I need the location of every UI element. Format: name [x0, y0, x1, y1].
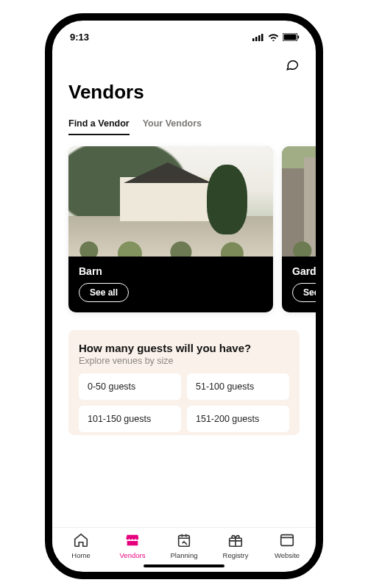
tab-your-vendors[interactable]: Your Vendors — [143, 114, 202, 135]
website-icon — [279, 532, 295, 550]
venue-card-image — [282, 146, 316, 257]
cellular-icon — [252, 33, 264, 41]
guest-option-51-100[interactable]: 51-100 guests — [187, 373, 289, 400]
see-all-button[interactable]: See all — [79, 283, 129, 302]
vendor-tabs: Find a Vendor Your Vendors — [52, 114, 316, 136]
svg-rect-5 — [284, 34, 297, 40]
phone-frame: 9:13 Vendors Find a Vendor Your Vendors — [45, 13, 323, 579]
guest-option-0-50[interactable]: 0-50 guests — [79, 373, 181, 400]
tab-find-vendor[interactable]: Find a Vendor — [68, 114, 130, 135]
venue-card-garden[interactable]: Garden See all — [282, 146, 316, 312]
nav-website[interactable]: Website — [261, 532, 313, 559]
nav-label: Planning — [171, 551, 198, 559]
see-all-button[interactable]: See all — [292, 283, 316, 302]
status-bar: 9:13 — [52, 21, 316, 46]
svg-rect-9 — [281, 535, 294, 546]
svg-rect-1 — [255, 37, 258, 41]
venue-type-carousel[interactable]: Barn See all Garden See all — [52, 136, 316, 324]
chat-icon[interactable] — [285, 57, 300, 75]
guest-option-151-200[interactable]: 151-200 guests — [187, 406, 289, 432]
nav-vendors[interactable]: Vendors — [107, 532, 158, 559]
status-icons — [252, 33, 300, 41]
venue-card-title: Barn — [79, 265, 263, 277]
battery-icon — [283, 33, 300, 41]
nav-label: Registry — [223, 551, 249, 559]
venue-card-footer: Barn See all — [68, 257, 273, 312]
svg-rect-0 — [252, 38, 255, 41]
header-actions — [52, 46, 316, 79]
home-indicator[interactable] — [144, 564, 224, 567]
nav-label: Vendors — [120, 551, 146, 559]
nav-label: Home — [71, 551, 90, 559]
nav-label: Website — [275, 551, 300, 559]
guest-panel-title: How many guests will you have? — [79, 342, 289, 354]
gift-icon — [227, 532, 244, 550]
nav-home[interactable]: Home — [55, 532, 107, 559]
svg-rect-2 — [258, 35, 261, 41]
venue-card-footer: Garden See all — [282, 257, 316, 312]
storefront-icon — [124, 532, 141, 550]
venue-card-image — [68, 146, 273, 257]
page-title: Vendors — [52, 79, 316, 114]
planning-icon — [176, 532, 192, 550]
guest-options-grid: 0-50 guests 51-100 guests 101-150 guests… — [79, 373, 289, 432]
venue-card-barn[interactable]: Barn See all — [68, 146, 273, 312]
venue-card-title: Garden — [292, 265, 316, 277]
guest-option-101-150[interactable]: 101-150 guests — [79, 406, 181, 432]
guest-panel-subtitle: Explore venues by size — [79, 356, 289, 366]
wifi-icon — [268, 33, 279, 41]
guest-count-panel: How many guests will you have? Explore v… — [68, 330, 300, 435]
home-icon — [73, 532, 89, 550]
svg-rect-6 — [298, 35, 300, 38]
nav-registry[interactable]: Registry — [210, 532, 261, 559]
clock: 9:13 — [70, 32, 89, 43]
bottom-nav: Home Vendors Planning Registry Website — [52, 527, 316, 562]
svg-rect-3 — [261, 34, 263, 41]
nav-planning[interactable]: Planning — [158, 532, 210, 559]
